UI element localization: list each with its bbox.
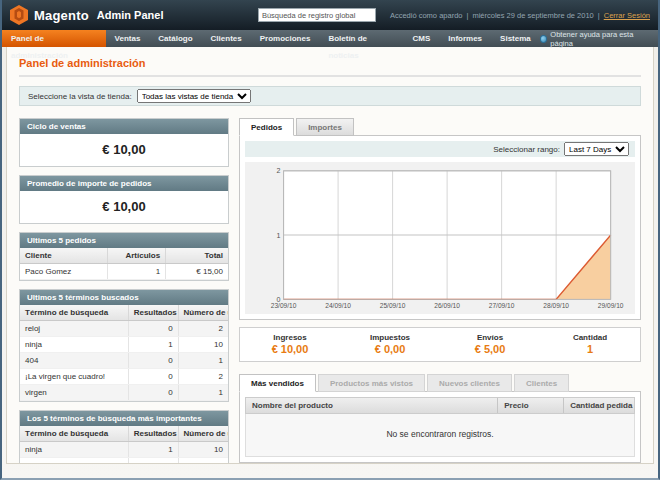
svg-text:29/09/10: 29/09/10 <box>598 302 624 309</box>
browser-window: Magento Admin Panel Accedió como apardo … <box>0 0 660 480</box>
last-orders-box: Ultimos 5 pedidos Cliente Artículos Tota… <box>19 232 229 281</box>
logo-text: Magento <box>34 8 89 23</box>
last-orders-table: Cliente Artículos Total Paco Gomez 1 € 1… <box>20 248 228 280</box>
main-area: Panel de administración Seleccione la vi… <box>2 47 658 464</box>
orders-panel: Seleccionar rango: Last 7 Days 01223/09/… <box>239 135 641 320</box>
top-search-terms-table: Término de búsqueda Resultados Número de… <box>20 426 228 464</box>
empty-records-message: No se encontraron registros. <box>245 414 635 457</box>
nav-item-dashboard[interactable]: Panel de administración <box>2 30 106 47</box>
svg-text:25/09/10: 25/09/10 <box>380 302 406 309</box>
store-view-label: Seleccione la vista de tienda: <box>28 92 132 101</box>
store-view-bar: Seleccione la vista de tienda: Todas las… <box>19 86 641 106</box>
average-orders-title: Promedio de importe de pedidos <box>20 176 228 191</box>
nav-item-catalogo[interactable]: Catálogo <box>149 30 201 47</box>
range-select[interactable]: Last 7 Days <box>564 142 629 156</box>
top-search-terms-box: Los 5 términos de búsqueda más important… <box>19 410 229 464</box>
nav-item-boletin[interactable]: Boletín de noticias <box>319 30 403 47</box>
separator: | <box>598 11 600 20</box>
stat-impuestos: Impuestos € 0,00 <box>340 333 440 355</box>
tab-nuevos-clientes[interactable]: Nuevos clientes <box>427 374 512 392</box>
nav-item-cms[interactable]: CMS <box>404 30 440 47</box>
stat-cantidad: Cantidad 1 <box>540 333 640 355</box>
range-label: Seleccionar rango: <box>493 145 560 154</box>
bottom-tabs: Más vendidos Productos más vistos Nuevos… <box>239 374 641 391</box>
store-view-select[interactable]: Todas las vistas de tienda <box>137 89 251 103</box>
lifetime-sales-value: € 10,00 <box>20 134 228 166</box>
table-row: ninja 1 10 <box>20 442 228 458</box>
products-table-header: Nombre del producto Precio Cantidad pedi… <box>245 397 635 414</box>
global-search-input[interactable] <box>258 8 376 22</box>
svg-text:2: 2 <box>277 167 281 174</box>
stat-envios: Envíos € 5,00 <box>440 333 540 355</box>
lifetime-sales-box: Ciclo de ventas € 10,00 <box>19 118 229 167</box>
lifetime-sales-title: Ciclo de ventas <box>20 119 228 134</box>
orders-chart-area: 01223/09/1024/09/1025/09/1026/09/1027/09… <box>245 162 635 314</box>
average-orders-box: Promedio de importe de pedidos € 10,00 <box>19 175 229 224</box>
svg-text:28/09/10: 28/09/10 <box>543 302 569 309</box>
stat-ingresos: Ingresos € 10,00 <box>240 333 340 355</box>
svg-text:23/09/10: 23/09/10 <box>271 302 297 309</box>
right-column: Pedidos Importes Seleccionar rango: Last… <box>239 118 641 464</box>
logo-suffix: Admin Panel <box>97 9 164 21</box>
average-orders-value: € 10,00 <box>20 191 228 223</box>
app-header: Magento Admin Panel Accedió como apardo … <box>2 0 658 30</box>
nav-item-ventas[interactable]: Ventas <box>106 30 150 47</box>
last-search-terms-box: Ultimos 5 términos buscados Término de b… <box>19 289 229 402</box>
help-link[interactable]: Obtener ayuda para esta página <box>540 30 658 47</box>
content-container: Panel de administración Seleccione la vi… <box>6 47 654 464</box>
tab-importes[interactable]: Importes <box>296 118 354 136</box>
table-row: ninja 1 10 <box>20 337 228 353</box>
magento-logo-icon <box>10 5 28 25</box>
logo: Magento Admin Panel <box>10 5 163 25</box>
svg-text:27/09/10: 27/09/10 <box>489 302 515 309</box>
tab-pedidos[interactable]: Pedidos <box>239 118 294 136</box>
svg-text:1: 1 <box>277 232 281 239</box>
tab-productos-mas-vistos[interactable]: Productos más vistos <box>318 374 425 392</box>
nav-item-clientes[interactable]: Clientes <box>202 30 251 47</box>
left-column: Ciclo de ventas € 10,00 Promedio de impo… <box>19 118 229 464</box>
nav-item-promociones[interactable]: Promociones <box>251 30 320 47</box>
table-row: Paco Gomez 1 € 15,00 <box>20 264 228 280</box>
current-date: miércoles 29 de septiembre de 2010 <box>472 11 593 20</box>
logout-link[interactable]: Cerrar Sesión <box>604 11 650 20</box>
dashboard-tabs: Pedidos Importes <box>239 118 641 135</box>
last-orders-title: Ultimos 5 pedidos <box>20 233 228 248</box>
last-search-terms-title: Ultimos 5 términos buscados <box>20 290 228 305</box>
help-label: Obtener ayuda para esta página <box>550 30 650 48</box>
table-row: reloj 0 2 <box>20 458 228 465</box>
last-search-terms-table: Término de búsqueda Resultados Número de… <box>20 305 228 401</box>
top-search-terms-title: Los 5 términos de búsqueda más important… <box>20 411 228 426</box>
svg-text:24/09/10: 24/09/10 <box>325 302 351 309</box>
separator: | <box>466 11 468 20</box>
orders-chart: 01223/09/1024/09/1025/09/1026/09/1027/09… <box>247 165 633 313</box>
main-nav: Panel de administración Ventas Catálogo … <box>2 30 658 47</box>
nav-item-informes[interactable]: Informes <box>439 30 491 47</box>
nav-item-sistema[interactable]: Sistema <box>491 30 540 47</box>
table-row: reloj 0 2 <box>20 321 228 337</box>
totals-bar: Ingresos € 10,00 Impuestos € 0,00 Envíos… <box>239 327 641 362</box>
tab-mas-vendidos[interactable]: Más vendidos <box>239 374 316 392</box>
bestsellers-panel: Nombre del producto Precio Cantidad pedi… <box>239 391 641 463</box>
table-row: ¡La virgen que cuadro! 0 2 <box>20 369 228 385</box>
table-row: virgen 0 1 <box>20 385 228 401</box>
table-row: 404 0 1 <box>20 353 228 369</box>
range-bar: Seleccionar rango: Last 7 Days <box>245 141 635 157</box>
logged-in-as: Accedió como apardo <box>390 11 463 20</box>
title-divider <box>19 75 641 77</box>
svg-text:26/09/10: 26/09/10 <box>434 302 460 309</box>
tab-clientes[interactable]: Clientes <box>514 374 569 392</box>
session-info: Accedió como apardo | miércoles 29 de se… <box>390 11 650 20</box>
help-icon <box>540 35 548 43</box>
